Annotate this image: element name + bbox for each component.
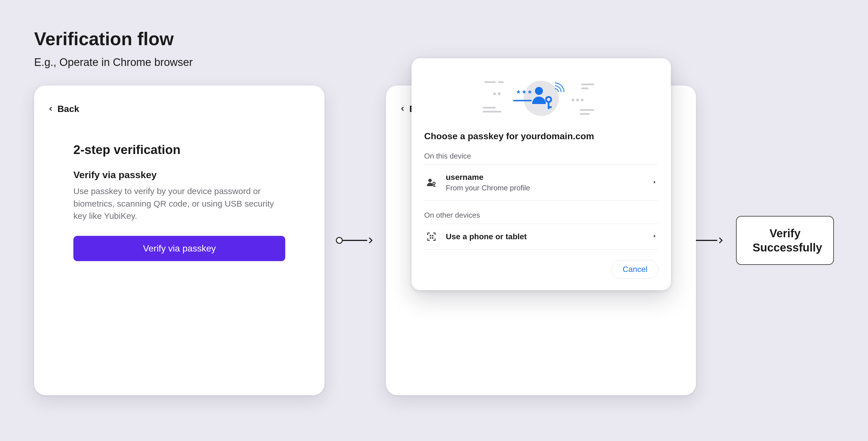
diagram-canvas: Verification flow E.g., Operate in Chrom…	[0, 0, 868, 441]
svg-rect-18	[580, 109, 594, 111]
svg-point-20	[428, 179, 432, 182]
svg-point-15	[572, 99, 575, 101]
success-line1: Verify	[752, 226, 817, 240]
step2-wrap: Back	[386, 86, 675, 395]
arrow-right-icon	[367, 236, 375, 244]
step1-body: 2-step verification Verify via passkey U…	[48, 114, 311, 261]
back-label: Back	[57, 104, 79, 114]
svg-rect-26	[432, 235, 433, 236]
svg-rect-19	[580, 113, 590, 115]
passkey-chooser-dialog: * * *	[411, 58, 671, 290]
passkey-illustration: * * *	[424, 72, 658, 123]
passkey-account-row[interactable]: username From your Chrome profile	[424, 165, 658, 201]
passkey-dialog-title: Choose a passkey for yourdomain.com	[424, 131, 658, 141]
svg-rect-28	[432, 237, 433, 239]
verify-via-passkey-button[interactable]: Verify via passkey	[73, 236, 285, 261]
svg-point-21	[433, 182, 435, 184]
page-title: Verification flow	[34, 28, 834, 49]
svg-point-16	[576, 99, 579, 101]
verify-success-pill: Verify Successfully	[736, 216, 834, 265]
connector-dot-icon	[336, 237, 343, 244]
account-username: username	[446, 173, 644, 182]
svg-point-17	[581, 99, 584, 101]
on-this-device-label: On this device	[424, 152, 658, 161]
svg-marker-29	[654, 235, 656, 238]
person-key-icon	[425, 178, 438, 188]
flow-connector	[336, 236, 375, 244]
use-phone-or-tablet-row[interactable]: Use a phone or tablet	[424, 224, 658, 250]
svg-rect-14	[581, 88, 588, 89]
chevron-left-icon	[48, 104, 54, 114]
other-device-option-label: Use a phone or tablet	[446, 232, 644, 241]
connector-line	[343, 240, 367, 241]
arrow-right-icon	[717, 236, 725, 244]
success-line2: Successfully	[752, 240, 817, 255]
svg-rect-12	[483, 111, 501, 112]
on-other-devices-label: On other devices	[424, 211, 658, 219]
flow-row: Back 2-step verification Verify via pass…	[34, 86, 834, 395]
svg-text:* * *: * * *	[517, 89, 532, 98]
svg-rect-25	[430, 235, 431, 236]
svg-point-1	[535, 87, 543, 95]
passkey-domain: yourdomain.com	[521, 131, 594, 141]
account-source: From your Chrome profile	[446, 183, 644, 192]
svg-rect-3	[548, 102, 550, 109]
passkey-title-prefix: Choose a passkey for	[424, 131, 518, 141]
chevron-right-icon	[652, 179, 657, 186]
svg-point-10	[498, 92, 501, 95]
chevron-left-icon	[400, 104, 406, 114]
step1-description: Use passkey to verify by your device pas…	[73, 185, 285, 222]
step1-card: Back 2-step verification Verify via pass…	[34, 86, 324, 395]
cancel-button[interactable]: Cancel	[612, 260, 658, 279]
svg-rect-7	[484, 81, 496, 83]
step1-lead: Verify via passkey	[73, 169, 285, 180]
svg-marker-24	[654, 180, 656, 183]
qr-code-icon	[425, 232, 438, 241]
svg-rect-4	[548, 106, 552, 108]
back-button[interactable]: Back	[48, 104, 79, 114]
svg-rect-23	[434, 186, 436, 187]
svg-rect-8	[498, 81, 504, 83]
connector-line	[693, 240, 717, 241]
svg-rect-11	[483, 107, 496, 108]
svg-rect-13	[581, 83, 594, 85]
chevron-right-icon	[652, 234, 657, 240]
svg-point-9	[493, 92, 496, 95]
step1-title: 2-step verification	[73, 143, 285, 157]
svg-rect-27	[430, 237, 431, 239]
